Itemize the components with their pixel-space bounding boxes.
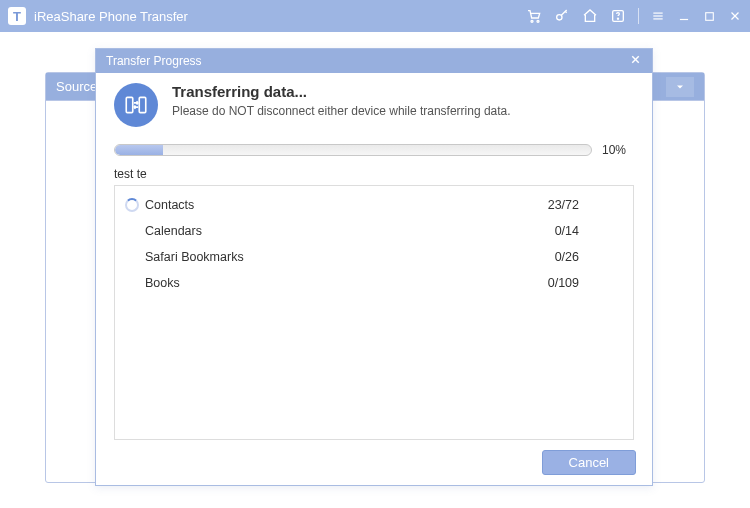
svg-rect-14 <box>126 97 133 112</box>
sub-caption: test te <box>114 167 634 181</box>
app-logo: T <box>8 7 26 25</box>
item-label: Safari Bookmarks <box>145 250 244 264</box>
list-item: Contacts23/72 <box>115 192 633 218</box>
item-label: Books <box>145 276 180 290</box>
svg-point-0 <box>531 20 533 22</box>
cancel-button[interactable]: Cancel <box>542 450 636 475</box>
help-icon[interactable] <box>610 8 626 24</box>
app-title: iReaShare Phone Transfer <box>34 9 188 24</box>
item-label: Contacts <box>145 198 194 212</box>
item-label: Calendars <box>145 224 202 238</box>
svg-rect-9 <box>706 12 714 20</box>
svg-point-1 <box>537 20 539 22</box>
progress-bar <box>114 144 592 156</box>
transfer-title: Transferring data... <box>172 83 511 100</box>
close-icon[interactable] <box>629 53 642 69</box>
transfer-icon <box>114 83 158 127</box>
menu-icon[interactable] <box>651 9 665 23</box>
transfer-progress-dialog: Transfer Progress Transferring data... P… <box>95 48 653 486</box>
spinner-icon <box>125 198 139 212</box>
progress-fill <box>115 145 163 155</box>
cart-icon[interactable] <box>526 8 542 24</box>
item-list: Contacts23/72Calendars0/14Safari Bookmar… <box>114 185 634 440</box>
item-count: 0/26 <box>555 250 619 264</box>
list-item: Safari Bookmarks0/26 <box>115 244 633 270</box>
separator <box>638 8 639 24</box>
progress-percent: 10% <box>602 143 634 157</box>
svg-point-4 <box>617 18 618 19</box>
minimize-button[interactable] <box>677 9 691 23</box>
list-item: Calendars0/14 <box>115 218 633 244</box>
item-count: 0/109 <box>548 276 619 290</box>
home-icon[interactable] <box>582 8 598 24</box>
list-item: Books0/109 <box>115 270 633 296</box>
titlebar: T iReaShare Phone Transfer <box>0 0 750 32</box>
svg-point-2 <box>557 15 562 20</box>
item-count: 23/72 <box>548 198 619 212</box>
dialog-title: Transfer Progress <box>106 54 202 68</box>
item-count: 0/14 <box>555 224 619 238</box>
dialog-header: Transfer Progress <box>96 49 652 73</box>
source-dropdown[interactable] <box>666 77 694 97</box>
svg-rect-15 <box>139 97 146 112</box>
transfer-subtitle: Please do NOT disconnect either device w… <box>172 104 511 118</box>
close-button[interactable] <box>728 9 742 23</box>
key-icon[interactable] <box>554 8 570 24</box>
maximize-button[interactable] <box>703 10 716 23</box>
